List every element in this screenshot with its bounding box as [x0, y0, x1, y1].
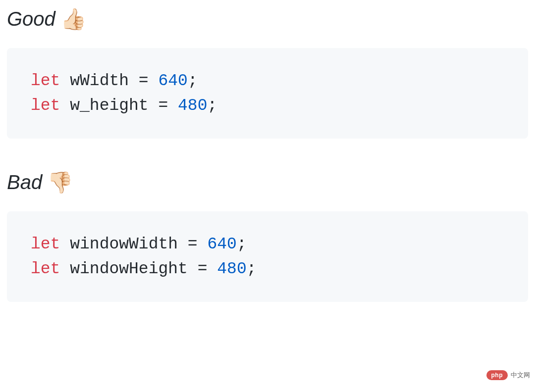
- code-token: w_height =: [60, 97, 178, 115]
- code-token: windowHeight =: [60, 260, 217, 278]
- watermark-text: 中文网: [511, 371, 530, 380]
- bad-code-block: let windowWidth = 640; let windowHeight …: [7, 211, 528, 302]
- code-line: let w_height = 480;: [31, 94, 504, 118]
- code-line: let wWidth = 640;: [31, 69, 504, 94]
- code-token: ;: [237, 235, 247, 253]
- watermark-badge: php: [486, 370, 508, 380]
- bad-heading-text: Bad: [7, 171, 42, 194]
- code-token: let: [31, 97, 60, 115]
- code-token: ;: [188, 72, 198, 90]
- code-token: 480: [178, 97, 207, 115]
- code-token: 640: [207, 235, 236, 253]
- code-token: windowWidth =: [60, 235, 207, 253]
- code-token: wWidth =: [60, 72, 158, 90]
- good-heading: Good 👍🏻: [7, 7, 528, 31]
- good-heading-text: Good: [7, 8, 55, 30]
- code-token: 480: [217, 260, 246, 278]
- watermark: php 中文网: [486, 370, 531, 380]
- code-line: let windowHeight = 480;: [31, 257, 504, 282]
- code-token: let: [31, 72, 60, 90]
- code-token: 640: [158, 72, 187, 90]
- bad-heading: Bad 👎🏻: [7, 170, 528, 195]
- code-token: ;: [247, 260, 257, 278]
- code-token: let: [31, 235, 60, 253]
- thumbs-down-icon: 👎🏻: [47, 170, 73, 195]
- good-code-block: let wWidth = 640; let w_height = 480;: [7, 48, 528, 139]
- thumbs-up-icon: 👍🏻: [60, 7, 86, 31]
- code-token: ;: [207, 97, 217, 115]
- code-line: let windowWidth = 640;: [31, 232, 504, 257]
- code-token: let: [31, 260, 60, 278]
